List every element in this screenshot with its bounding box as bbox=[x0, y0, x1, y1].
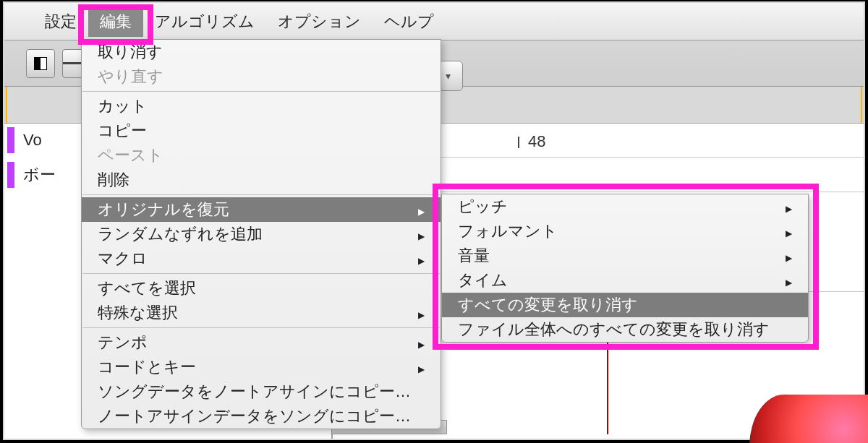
mi-macro[interactable]: マクロ bbox=[82, 246, 441, 271]
track-color-icon bbox=[7, 162, 14, 188]
mi-copy-song-to-note[interactable]: ソングデータをノートアサインにコピー… bbox=[82, 379, 441, 404]
mi-undo[interactable]: 取り消す bbox=[82, 40, 441, 64]
ruler-label-48: 48 bbox=[528, 132, 545, 151]
track-color-icon bbox=[7, 127, 14, 153]
mi-redo: やり直す bbox=[82, 64, 441, 89]
mi-paste: ペースト bbox=[82, 143, 441, 168]
menu-separator bbox=[82, 273, 440, 274]
track-label: ボー bbox=[23, 164, 56, 186]
chevron-right-icon bbox=[786, 222, 792, 241]
chevron-right-icon bbox=[786, 271, 792, 290]
menu-separator bbox=[82, 194, 440, 195]
mi-restore-original[interactable]: オリジナルを復元 bbox=[82, 197, 441, 222]
note-blob[interactable] bbox=[749, 395, 868, 443]
tool-colorbox[interactable] bbox=[26, 49, 55, 78]
menu-separator bbox=[82, 327, 440, 328]
smi-volume[interactable]: 音量 bbox=[442, 244, 808, 268]
chevron-right-icon bbox=[786, 246, 792, 265]
mi-cut[interactable]: カット bbox=[82, 94, 441, 119]
contrast-icon bbox=[34, 57, 47, 70]
smi-formant[interactable]: フォルマント bbox=[442, 219, 808, 244]
menubar-item-help[interactable]: ヘルプ bbox=[373, 7, 446, 37]
menubar-item-edit[interactable]: 編集 bbox=[88, 7, 143, 37]
restore-submenu: ピッチ フォルマント 音量 タイム すべての変更を取り消す ファイル全体へのすべ… bbox=[441, 194, 809, 343]
chevron-right-icon bbox=[418, 225, 425, 244]
edit-menu: 取り消す やり直す カット コピー ペースト 削除 オリジナルを復元 ランダムな… bbox=[81, 39, 441, 429]
mi-copy[interactable]: コピー bbox=[82, 119, 441, 143]
mi-delete[interactable]: 削除 bbox=[82, 168, 441, 192]
chevron-right-icon bbox=[418, 200, 425, 219]
mi-copy-note-to-song[interactable]: ノートアサインデータをソングにコピー… bbox=[82, 404, 441, 429]
menubar-item-options[interactable]: オプション bbox=[266, 7, 373, 37]
menubar: 設定 編集 アルゴリズム オプション ヘルプ bbox=[4, 3, 864, 40]
chevron-right-icon bbox=[418, 304, 425, 322]
timeline-ruler[interactable]: 48 bbox=[438, 126, 864, 157]
mi-tempo[interactable]: テンポ bbox=[82, 330, 441, 355]
chevron-right-icon bbox=[418, 358, 425, 377]
mi-select-all[interactable]: すべてを選択 bbox=[82, 276, 441, 301]
smi-undo-all[interactable]: すべての変更を取り消す bbox=[442, 293, 808, 317]
menubar-item-settings[interactable]: 設定 bbox=[33, 7, 88, 37]
smi-time[interactable]: タイム bbox=[442, 268, 808, 293]
chevron-right-icon bbox=[786, 197, 792, 216]
mi-add-random[interactable]: ランダムなずれを追加 bbox=[82, 222, 441, 246]
smi-undo-all-file[interactable]: ファイル全体へのすべての変更を取り消す bbox=[442, 317, 808, 342]
chevron-right-icon bbox=[418, 249, 425, 268]
chevron-right-icon bbox=[418, 333, 425, 352]
menu-separator bbox=[82, 91, 440, 92]
track-label: Vo bbox=[23, 131, 42, 150]
smi-pitch[interactable]: ピッチ bbox=[442, 194, 808, 219]
mi-special-select[interactable]: 特殊な選択 bbox=[82, 301, 441, 325]
mi-chord-key[interactable]: コードとキー bbox=[82, 355, 441, 379]
menubar-item-algorithm[interactable]: アルゴリズム bbox=[143, 7, 266, 37]
